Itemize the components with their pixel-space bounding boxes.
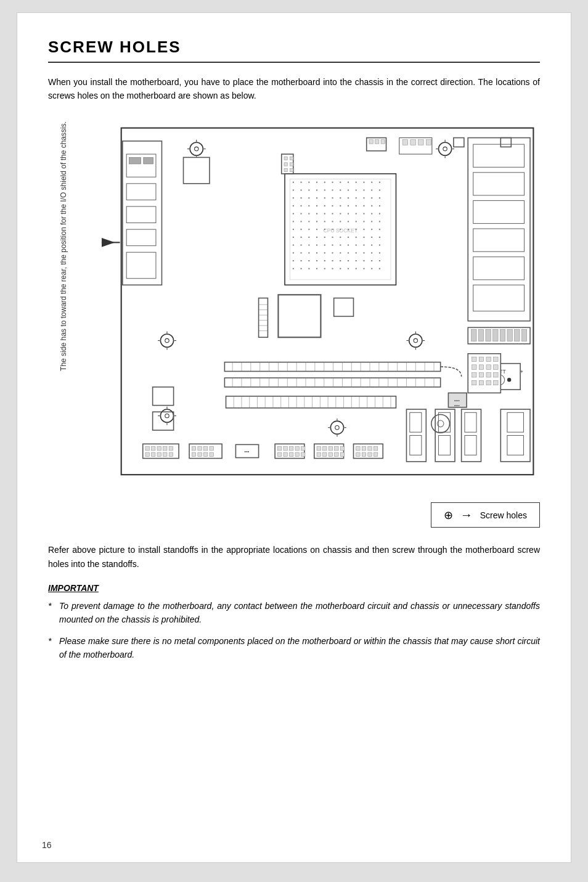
svg-rect-101 <box>308 213 309 214</box>
svg-rect-312 <box>169 452 173 456</box>
svg-rect-178 <box>348 260 349 261</box>
svg-rect-99 <box>293 213 294 214</box>
svg-rect-95 <box>356 205 357 206</box>
arrow-icon: → <box>460 508 473 522</box>
svg-rect-350 <box>374 446 377 450</box>
svg-rect-139 <box>324 237 325 238</box>
svg-rect-180 <box>363 260 364 261</box>
legend-inner: ⊕ → Screw holes <box>431 502 540 528</box>
svg-rect-398 <box>375 140 379 144</box>
svg-rect-316 <box>203 446 207 450</box>
svg-rect-185 <box>308 268 309 269</box>
svg-rect-141 <box>340 237 341 238</box>
svg-rect-182 <box>379 260 380 261</box>
side-label: The side has to toward the rear, the pos… <box>48 121 79 371</box>
svg-rect-204 <box>410 140 415 145</box>
svg-rect-116 <box>332 221 333 222</box>
svg-rect-159 <box>293 252 294 253</box>
svg-rect-66 <box>316 189 317 190</box>
svg-rect-121 <box>371 221 372 222</box>
svg-rect-97 <box>371 205 372 206</box>
svg-rect-125 <box>308 229 309 230</box>
svg-rect-156 <box>363 244 364 245</box>
svg-rect-90 <box>316 205 317 206</box>
svg-rect-134 <box>379 229 380 230</box>
svg-rect-211 <box>493 329 498 341</box>
svg-rect-158 <box>379 244 380 245</box>
svg-rect-85 <box>371 197 372 198</box>
svg-rect-69 <box>340 189 341 190</box>
svg-rect-122 <box>379 221 380 222</box>
board-container: CPU SOCKET <box>82 121 540 490</box>
important-title: IMPORTANT <box>48 583 540 593</box>
svg-rect-58 <box>348 181 349 182</box>
svg-rect-152 <box>332 244 333 245</box>
svg-rect-339 <box>335 446 338 450</box>
svg-rect-224 <box>479 357 483 361</box>
svg-rect-309 <box>152 452 155 456</box>
svg-rect-187 <box>324 268 325 269</box>
svg-rect-184 <box>301 268 302 269</box>
svg-rect-151 <box>324 244 325 245</box>
svg-rect-74 <box>379 189 380 190</box>
intro-paragraph: When you install the motherboard, you ha… <box>48 75 540 103</box>
svg-rect-132 <box>363 229 364 230</box>
svg-rect-173 <box>308 260 309 261</box>
svg-rect-129 <box>340 229 341 230</box>
svg-rect-91 <box>324 205 325 206</box>
svg-rect-349 <box>368 446 372 450</box>
svg-rect-96 <box>363 205 364 206</box>
svg-rect-337 <box>323 446 327 450</box>
svg-rect-92 <box>332 205 333 206</box>
svg-rect-300 <box>290 168 293 171</box>
svg-rect-163 <box>324 252 325 253</box>
svg-rect-107 <box>356 213 357 214</box>
svg-text:+: + <box>520 368 523 374</box>
svg-rect-133 <box>371 229 372 230</box>
svg-rect-341 <box>317 452 321 456</box>
svg-rect-189 <box>340 268 341 269</box>
svg-rect-299 <box>284 168 287 171</box>
svg-rect-105 <box>340 213 341 214</box>
legend-label: Screw holes <box>480 510 527 520</box>
svg-rect-88 <box>301 205 302 206</box>
svg-rect-47 <box>144 157 153 164</box>
svg-rect-118 <box>348 221 349 222</box>
svg-rect-62 <box>379 181 380 182</box>
svg-rect-149 <box>308 244 309 245</box>
svg-text:▪▪▪▪: ▪▪▪▪ <box>454 403 460 407</box>
legend-box: ⊕ → Screw holes <box>48 502 540 528</box>
svg-rect-183 <box>293 268 294 269</box>
svg-rect-106 <box>348 213 349 214</box>
svg-rect-147 <box>293 244 294 245</box>
svg-rect-186 <box>316 268 317 269</box>
svg-rect-112 <box>301 221 302 222</box>
svg-rect-305 <box>157 446 161 450</box>
svg-rect-193 <box>371 268 372 269</box>
svg-rect-336 <box>317 446 321 450</box>
svg-rect-63 <box>293 189 294 190</box>
svg-rect-328 <box>295 446 299 450</box>
svg-rect-46 <box>129 157 141 164</box>
svg-rect-306 <box>163 446 167 450</box>
svg-rect-52 <box>301 181 302 182</box>
svg-rect-72 <box>363 189 364 190</box>
svg-rect-161 <box>308 252 309 253</box>
svg-rect-344 <box>335 452 338 456</box>
svg-rect-214 <box>515 329 520 341</box>
svg-rect-153 <box>340 244 341 245</box>
svg-rect-53 <box>308 181 309 182</box>
svg-rect-315 <box>198 446 202 450</box>
svg-rect-160 <box>301 252 302 253</box>
svg-rect-331 <box>284 452 287 456</box>
svg-rect-223 <box>472 357 476 361</box>
svg-rect-108 <box>363 213 364 214</box>
svg-rect-75 <box>293 197 294 198</box>
svg-rect-82 <box>348 197 349 198</box>
svg-rect-329 <box>301 446 305 450</box>
svg-rect-332 <box>289 452 293 456</box>
svg-rect-155 <box>356 244 357 245</box>
svg-rect-226 <box>494 357 498 361</box>
svg-rect-319 <box>198 452 202 456</box>
svg-rect-399 <box>381 140 385 144</box>
